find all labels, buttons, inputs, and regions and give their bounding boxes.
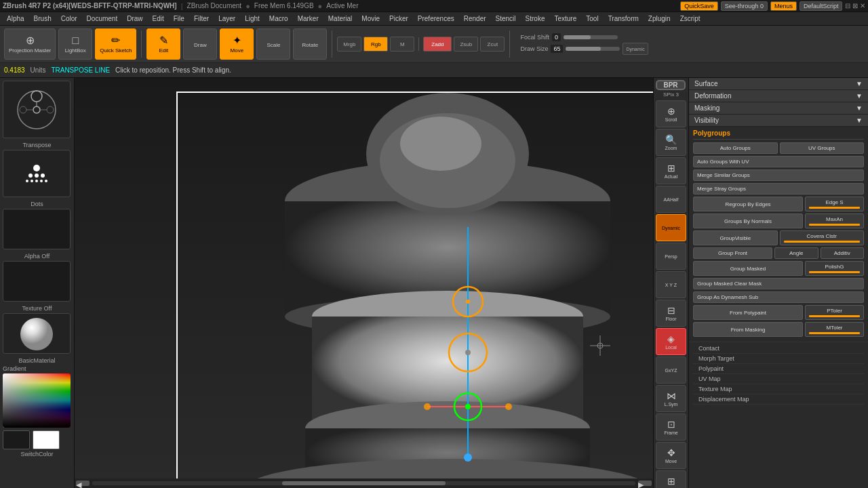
canvas-scrollbar[interactable]: ◀ ▶: [75, 479, 653, 488]
edge-s-btn[interactable]: Edge S: [805, 197, 864, 211]
menu-macro[interactable]: Macro: [265, 14, 292, 24]
regroup-edges-btn[interactable]: Regroup By Edges: [693, 197, 803, 211]
menu-zplugin[interactable]: Zplugin: [644, 14, 675, 24]
additiv-btn[interactable]: Additiv: [821, 247, 865, 259]
displacement-map-item[interactable]: Displacement Map: [693, 394, 864, 405]
menu-preferences[interactable]: Preferences: [414, 14, 458, 24]
menu-picker[interactable]: Picker: [385, 14, 412, 24]
merge-similar-btn[interactable]: Merge Similar Groups: [693, 169, 864, 181]
zadd-btn[interactable]: Zadd: [423, 37, 452, 52]
color-picker[interactable]: [3, 373, 71, 428]
menu-render[interactable]: Render: [460, 14, 490, 24]
deformation-header[interactable]: Deformation ▼: [689, 90, 868, 102]
move-rt-btn[interactable]: ✥ Move: [656, 442, 686, 469]
m-btn[interactable]: M: [390, 37, 414, 52]
material-preview[interactable]: [3, 313, 71, 354]
covera-btn[interactable]: Covera Clstr: [780, 230, 865, 245]
zoom-btn[interactable]: 🔍 Zoom: [656, 129, 686, 156]
zbrush-doc[interactable]: ZBrush Document: [187, 2, 242, 9]
alpha-preview[interactable]: [3, 209, 71, 249]
menu-draw[interactable]: Draw: [123, 14, 146, 24]
menu-document[interactable]: Document: [83, 14, 122, 24]
menu-layer[interactable]: Layer: [214, 14, 239, 24]
quicksave-btn[interactable]: QuickSave: [680, 1, 718, 11]
zcut-btn[interactable]: Zcut: [480, 37, 505, 52]
draw-btn[interactable]: Draw: [183, 28, 217, 60]
uv-groups-btn[interactable]: UV Groups: [780, 142, 865, 154]
menu-light[interactable]: Light: [241, 14, 264, 24]
group-front-btn[interactable]: Group Front: [693, 247, 772, 259]
menu-brush[interactable]: Brush: [30, 14, 56, 24]
menu-texture[interactable]: Texture: [550, 14, 580, 24]
gxyz-btn[interactable]: GxYZ: [656, 357, 686, 384]
lightbox-btn[interactable]: □ LightBox: [58, 28, 92, 60]
menus-btn[interactable]: Menus: [770, 1, 797, 11]
scroll-right[interactable]: ▶: [638, 481, 652, 486]
contact-item[interactable]: Contact: [693, 344, 864, 354]
floor-btn[interactable]: ⊟ Floor: [656, 300, 686, 327]
rgb-btn[interactable]: Rgb: [363, 37, 388, 52]
polypaint-item[interactable]: Polypaint: [693, 364, 864, 374]
actual-btn[interactable]: ⊞ Actual: [656, 157, 686, 184]
default-script-btn[interactable]: DefaultScript: [800, 1, 843, 11]
menu-tool[interactable]: Tool: [582, 14, 602, 24]
menu-color[interactable]: Color: [57, 14, 81, 24]
scroll-btn[interactable]: ⊕ Scroll: [656, 100, 686, 127]
group-masked-clear-btn[interactable]: Group Masked Clear Mask: [693, 278, 864, 289]
draw-size-slider[interactable]: [566, 47, 620, 51]
move-btn[interactable]: ✦ Move: [220, 28, 254, 60]
merge-stray-btn[interactable]: Merge Stray Groups: [693, 183, 864, 195]
mtoler-btn[interactable]: MToler: [805, 322, 864, 337]
morph-target-item[interactable]: Morph Target: [693, 354, 864, 364]
swatch-black[interactable]: [3, 430, 30, 449]
texture-preview[interactable]: [3, 261, 71, 302]
group-dynamesh-btn[interactable]: Group As Dynamesh Sub: [693, 291, 864, 303]
canvas-area[interactable]: ◀ ▶: [75, 78, 653, 488]
menu-stroke[interactable]: Stroke: [521, 14, 549, 24]
menu-zscript[interactable]: Zscript: [676, 14, 705, 24]
persp-btn[interactable]: Persp: [656, 243, 686, 270]
scroll-left[interactable]: ◀: [76, 481, 90, 486]
group-visible-btn[interactable]: GroupVisible: [693, 230, 778, 245]
menu-stencil[interactable]: Stencil: [492, 14, 520, 24]
see-through-btn[interactable]: See-through 0: [721, 1, 768, 11]
masking-header[interactable]: Masking ▼: [689, 102, 868, 115]
bpr-btn[interactable]: BPR: [656, 80, 686, 90]
auto-groups-uv-btn[interactable]: Auto Groups With UV: [693, 156, 864, 167]
mrgb-btn[interactable]: Mrgb: [337, 37, 361, 52]
auto-groups-btn[interactable]: Auto Groups: [693, 142, 778, 154]
dynamic-btn[interactable]: Dynamic: [623, 43, 648, 55]
max-an-btn[interactable]: MaxAn: [805, 214, 864, 228]
menu-alpha[interactable]: Alpha: [3, 14, 28, 24]
edit-btn[interactable]: ✎ Edit: [146, 28, 180, 60]
rotate-btn[interactable]: Rotate: [293, 28, 327, 60]
frame-btn[interactable]: ⊡ Frame: [656, 413, 686, 441]
xyz-btn[interactable]: X Y Z: [656, 271, 686, 298]
quick-sketch-btn[interactable]: ✏ Quick Sketch: [95, 28, 136, 60]
visibility-header[interactable]: Visibility ▼: [689, 115, 868, 127]
surface-header[interactable]: Surface ▼: [689, 78, 868, 90]
menu-transform[interactable]: Transform: [604, 14, 643, 24]
menu-marker[interactable]: Marker: [294, 14, 323, 24]
menu-edit[interactable]: Edit: [149, 14, 168, 24]
scale-rt-btn[interactable]: ⊞ Scale: [656, 470, 686, 488]
polish-g-btn[interactable]: PolishG: [805, 261, 864, 276]
from-polypaint-btn[interactable]: From Polypaint: [693, 305, 803, 320]
zsub-btn[interactable]: Zsub: [454, 37, 478, 52]
menu-material[interactable]: Material: [324, 14, 357, 24]
uv-map-item[interactable]: UV Map: [693, 374, 864, 384]
lsym-btn[interactable]: ⋈ L.Sym: [656, 385, 686, 412]
local-btn[interactable]: ◈ Local: [656, 328, 686, 355]
texture-map-item[interactable]: Texture Map: [693, 384, 864, 394]
menu-filter[interactable]: Filter: [190, 14, 213, 24]
aahalf-btn[interactable]: AAHalf: [656, 186, 686, 213]
dynamic-persp-btn[interactable]: Dynamic: [656, 214, 686, 241]
groups-normals-btn[interactable]: Groups By Normals: [693, 214, 803, 228]
group-masked-btn[interactable]: Group Masked: [693, 261, 803, 276]
projection-master-btn[interactable]: ⊕ Projection Master: [4, 28, 56, 60]
swatch-white[interactable]: [33, 430, 60, 449]
scroll-track[interactable]: [92, 481, 635, 485]
scale-btn[interactable]: Scale: [256, 28, 290, 60]
ptoler-btn[interactable]: PToler: [805, 305, 864, 320]
from-masking-btn[interactable]: From Masking: [693, 322, 803, 337]
